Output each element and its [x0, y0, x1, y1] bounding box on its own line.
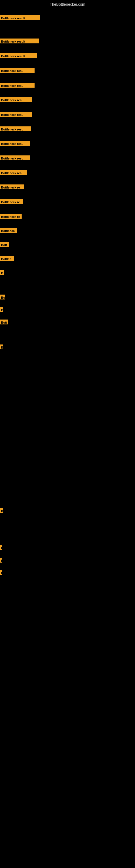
bar-row-20: B — [0, 307, 3, 312]
bar-row-12: Bottleneck re — [0, 184, 24, 189]
bar-label-15: Bottlenec — [0, 228, 17, 233]
bar-row-13: Bottleneck re — [0, 199, 23, 204]
bar-label-2: Bottleneck result — [0, 38, 39, 43]
bar-row-11: Bottleneck res — [0, 170, 27, 175]
bar-row-16: Bott — [0, 242, 9, 247]
bar-row-5: Bottleneck resu — [0, 83, 35, 88]
bar-label-11: Bottleneck res — [0, 170, 27, 175]
bar-label-1: Bottleneck result — [0, 15, 40, 20]
bar-row-7: Bottleneck resu — [0, 112, 32, 117]
bar-label-22: B — [0, 344, 3, 349]
bar-row-23: B — [0, 508, 3, 513]
bar-label-23: B — [0, 508, 3, 513]
bar-label-25: B — [0, 558, 2, 563]
site-title: TheBottlenecker.com — [0, 1, 135, 8]
bar-label-3: Bottleneck result — [0, 53, 37, 58]
bar-label-7: Bottleneck resu — [0, 112, 32, 117]
bar-row-17: Bottlen — [0, 256, 14, 261]
bar-label-10: Bottleneck resu — [0, 155, 30, 160]
bar-row-9: Bottleneck resu — [0, 141, 30, 146]
bar-label-26: B — [0, 570, 2, 575]
bar-row-14: Bottleneck re — [0, 214, 21, 219]
bar-row-3: Bottleneck result — [0, 53, 37, 58]
bar-label-21: Bott — [0, 319, 8, 324]
bar-row-19: Bo — [0, 294, 5, 300]
bar-row-22: B — [0, 344, 3, 349]
bar-row-10: Bottleneck resu — [0, 155, 30, 160]
bar-label-5: Bottleneck resu — [0, 83, 35, 88]
bar-row-1: Bottleneck result — [0, 15, 40, 20]
bar-label-19: Bo — [0, 294, 5, 300]
bar-row-6: Bottleneck resu — [0, 97, 32, 102]
bar-label-16: Bott — [0, 242, 9, 247]
bar-label-18: B — [0, 270, 4, 275]
bar-label-20: B — [0, 307, 3, 312]
bar-row-18: B — [0, 270, 4, 275]
bar-row-21: Bott — [0, 319, 8, 324]
bar-row-24: B — [0, 545, 2, 550]
bar-label-24: B — [0, 545, 2, 550]
bar-row-25: B — [0, 558, 2, 563]
bar-label-14: Bottleneck re — [0, 214, 21, 219]
bar-row-2: Bottleneck result — [0, 38, 39, 43]
bar-row-8: Bottleneck resu — [0, 126, 31, 131]
bar-label-13: Bottleneck re — [0, 199, 23, 204]
bar-row-4: Bottleneck resu — [0, 68, 35, 73]
bar-label-12: Bottleneck re — [0, 184, 24, 189]
bar-label-17: Bottlen — [0, 256, 14, 261]
bar-row-26: B — [0, 570, 2, 575]
bar-row-15: Bottlenec — [0, 228, 17, 233]
bar-label-4: Bottleneck resu — [0, 68, 35, 73]
bar-label-9: Bottleneck resu — [0, 141, 30, 146]
bar-label-8: Bottleneck resu — [0, 126, 31, 131]
bar-label-6: Bottleneck resu — [0, 97, 32, 102]
